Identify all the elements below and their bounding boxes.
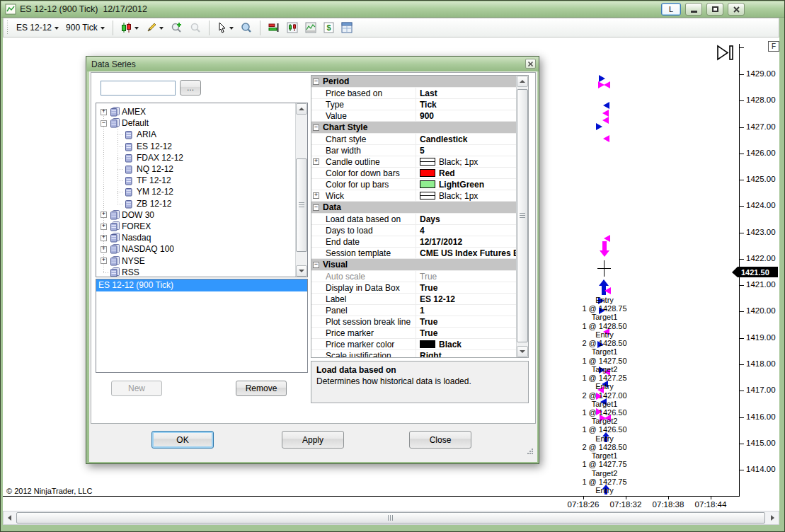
minimize-button[interactable] (685, 3, 702, 16)
grid-button[interactable] (339, 21, 355, 35)
property-section-period[interactable]: −Period (311, 76, 517, 88)
property-row-chart-style[interactable]: Chart styleCandlestick (311, 134, 517, 145)
new-button[interactable]: New (111, 381, 162, 396)
property-row-price-marker[interactable]: Price markerTrue (311, 328, 517, 339)
tree-expander-icon[interactable]: + (101, 246, 107, 253)
tree-expander-icon[interactable]: + (101, 224, 107, 230)
property-grid-scrollbar[interactable] (516, 76, 528, 357)
tree-expander-icon[interactable]: + (101, 235, 107, 241)
property-row-type[interactable]: TypeTick (311, 99, 517, 110)
instrument-dropdown[interactable]: ES 12-12 (13, 21, 62, 35)
property-row-wick[interactable]: +WickBlack; 1px (311, 190, 517, 202)
scroll-up-button[interactable] (296, 103, 307, 115)
tree-item-rss[interactable]: RSS (96, 267, 296, 277)
property-section-chart-style[interactable]: −Chart Style (311, 122, 517, 134)
tree-item-nq-12-12[interactable]: NQ 12-12 (96, 163, 296, 175)
link-button[interactable]: L (661, 3, 681, 16)
go-to-end-icon[interactable] (716, 43, 735, 65)
scroll-up-button[interactable] (517, 76, 528, 87)
expand-icon[interactable]: + (313, 192, 319, 199)
series-list[interactable]: ES 12-12 (900 Tick) (96, 279, 308, 373)
ok-button[interactable]: OK (151, 431, 214, 449)
maximize-button[interactable] (706, 3, 723, 16)
tree-expander-icon[interactable]: + (101, 212, 107, 218)
tree-scrollbar-thumb[interactable] (296, 158, 307, 252)
tree-item-zb-12-12[interactable]: ZB 12-12 (96, 198, 296, 209)
collapse-icon[interactable]: − (313, 125, 319, 131)
cursor-mode-button[interactable] (215, 21, 236, 35)
property-row-end-date[interactable]: End date12/17/2012 (311, 236, 517, 248)
tree-item-aria[interactable]: ARIA (96, 129, 296, 140)
tree-item-nasdaq[interactable]: +Nasdaq (96, 232, 296, 243)
dialog-titlebar[interactable]: Data Series (87, 57, 539, 71)
horizontal-scrollbar[interactable] (3, 511, 779, 525)
tree-item-forex[interactable]: +FOREX (96, 221, 296, 232)
indicators-button[interactable] (303, 21, 319, 35)
dialog-close-button[interactable] (525, 59, 536, 69)
instrument-tree-box[interactable]: +AMEX−DefaultARIAES 12-12FDAX 12-12NQ 12… (96, 103, 308, 277)
scroll-down-button[interactable] (517, 346, 528, 357)
grid-scrollbar-thumb[interactable] (517, 89, 528, 342)
hscrollbar-thumb[interactable] (16, 512, 765, 524)
account-button[interactable]: $ (321, 21, 336, 35)
tree-expander-icon[interactable]: − (101, 120, 107, 127)
chart-style-button[interactable] (119, 21, 141, 35)
property-row-days-to-load[interactable]: Days to load4 (311, 225, 517, 236)
collapse-icon[interactable]: − (313, 262, 319, 268)
tree-item-ym-12-12[interactable]: YM 12-12 (96, 186, 296, 197)
close-dialog-button[interactable]: Close (409, 431, 471, 449)
tree-item-amex[interactable]: +AMEX (96, 106, 296, 117)
tree-item-fdax-12-12[interactable]: FDAX 12-12 (96, 152, 296, 163)
property-row-panel[interactable]: Panel1 (311, 305, 517, 316)
property-row-auto-scale[interactable]: Auto scaleTrue (311, 271, 517, 282)
tree-item-tf-12-12[interactable]: TF 12-12 (96, 175, 296, 186)
property-row-price-based-on[interactable]: Price based onLast (311, 88, 517, 99)
property-row-bar-width[interactable]: Bar width5 (311, 145, 517, 156)
instrument-search-input[interactable] (101, 81, 176, 96)
expand-icon[interactable]: + (313, 158, 319, 165)
toolbar-grip[interactable] (6, 21, 8, 35)
browse-button[interactable]: ... (180, 80, 201, 96)
tree-item-nasdaq-100[interactable]: +NASDAQ 100 (96, 243, 296, 255)
collapse-icon[interactable]: − (313, 204, 319, 211)
tree-expander-icon[interactable]: + (101, 258, 107, 264)
property-row-color-for-up-bars[interactable]: Color for up barsLightGreen (311, 179, 517, 190)
tree-scrollbar[interactable] (295, 103, 307, 277)
new-chart-button[interactable] (285, 21, 300, 35)
interval-dropdown[interactable]: 900 Tick (62, 21, 108, 35)
tree-item-dow-30[interactable]: +DOW 30 (96, 209, 296, 221)
window-titlebar[interactable]: ES 12-12 (900 Tick) 12/17/2012 L (1, 1, 785, 18)
price-tick (739, 338, 744, 339)
property-section-visual[interactable]: −Visual (311, 259, 517, 271)
property-row-candle-outline[interactable]: +Candle outlineBlack; 1px (311, 156, 517, 168)
property-row-load-data-based-on[interactable]: Load data based onDays (311, 214, 517, 225)
property-row-color-for-down-bars[interactable]: Color for down barsRed (311, 168, 517, 179)
close-button[interactable] (728, 3, 745, 16)
zoom-out-button[interactable] (188, 21, 203, 35)
fixed-scale-button[interactable]: F (768, 41, 779, 52)
remove-button[interactable]: Remove (236, 381, 287, 396)
property-row-value[interactable]: Value900 (311, 110, 517, 122)
property-row-plot-session-break-line[interactable]: Plot session break lineTrue (311, 316, 517, 328)
tree-item-default[interactable]: −Default (96, 117, 296, 129)
property-row-label[interactable]: LabelES 12-12 (311, 294, 517, 305)
tree-item-nyse[interactable]: +NYSE (96, 255, 296, 267)
market-analyzer-button[interactable] (266, 21, 282, 35)
resize-grip[interactable] (527, 447, 534, 457)
zoom-in-button[interactable] (168, 21, 185, 35)
collapse-icon[interactable]: − (313, 79, 319, 85)
scroll-right-button[interactable] (767, 511, 779, 524)
property-section-data[interactable]: −Data (311, 202, 517, 214)
property-row-session-template[interactable]: Session templateCME US Index Futures E (311, 248, 517, 259)
scroll-down-button[interactable] (296, 265, 307, 277)
scroll-left-button[interactable] (4, 511, 16, 524)
property-row-scale-justification[interactable]: Scale justificationRight (311, 350, 517, 358)
apply-button[interactable]: Apply (282, 431, 344, 449)
drawing-tools-button[interactable] (144, 21, 166, 35)
property-row-display-in-data-box[interactable]: Display in Data BoxTrue (311, 282, 517, 294)
tree-item-es-12-12[interactable]: ES 12-12 (96, 141, 296, 152)
series-list-item[interactable]: ES 12-12 (900 Tick) (96, 279, 307, 291)
tree-expander-icon[interactable]: + (101, 109, 107, 115)
data-box-button[interactable] (239, 21, 254, 35)
property-row-price-marker-color[interactable]: Price marker colorBlack (311, 339, 517, 350)
